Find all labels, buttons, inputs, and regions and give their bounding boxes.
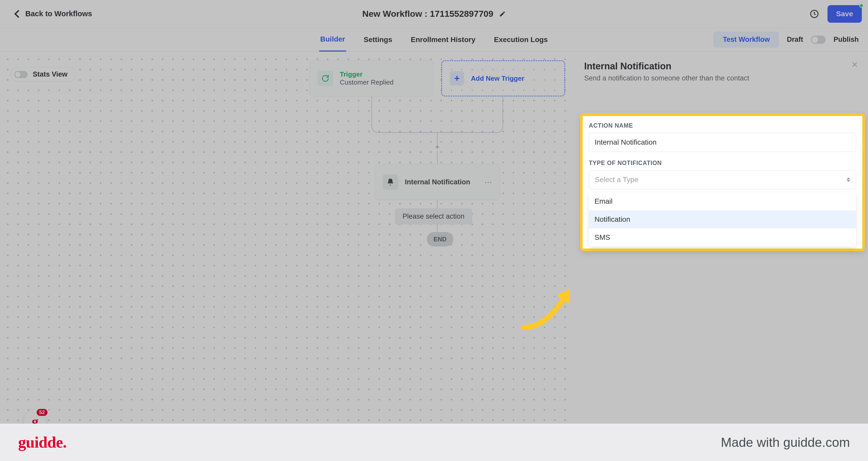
toggle-icon xyxy=(14,71,28,78)
history-icon[interactable] xyxy=(809,9,819,19)
edit-title-icon[interactable] xyxy=(499,10,506,17)
tab-builder[interactable]: Builder xyxy=(319,28,346,52)
save-button[interactable]: Save xyxy=(828,5,862,23)
publish-toggle[interactable] xyxy=(811,36,826,44)
end-node: END xyxy=(427,232,453,246)
select-action-hint: Please select action xyxy=(395,208,472,225)
chat-icon xyxy=(318,71,333,86)
action-menu-icon[interactable]: ⋯ xyxy=(484,178,492,187)
save-label: Save xyxy=(836,10,853,18)
connector-line xyxy=(437,151,438,164)
tab-execution-logs[interactable]: Execution Logs xyxy=(493,28,549,51)
highlighted-form-section: ACTION NAME TYPE OF NOTIFICATION Select … xyxy=(580,113,865,251)
trigger-card[interactable]: Trigger Customer Replied xyxy=(310,60,433,96)
notification-type-dropdown: Email Notification SMS xyxy=(589,192,856,246)
action-name-input[interactable] xyxy=(589,133,856,152)
guidde-count-badge: 52 xyxy=(37,409,48,416)
connector-bracket xyxy=(372,97,503,133)
action-name-label: ACTION NAME xyxy=(589,122,856,129)
trigger-subtitle: Customer Replied xyxy=(340,78,394,86)
add-new-trigger-card[interactable]: + Add New Trigger xyxy=(441,60,565,96)
action-label: Internal Notification xyxy=(405,178,470,186)
trigger-title: Trigger xyxy=(340,70,394,78)
notification-type-select[interactable]: Select a Type xyxy=(589,170,856,189)
add-trigger-label: Add New Trigger xyxy=(471,74,524,83)
tab-enrollment-history[interactable]: Enrollment History xyxy=(410,28,476,51)
action-card-internal-notification[interactable]: Internal Notification ⋯ xyxy=(375,164,500,200)
test-workflow-button[interactable]: Test Workflow xyxy=(713,31,779,48)
workflow-title: New Workflow : 1711552897709 xyxy=(362,9,493,19)
add-step-button[interactable]: + xyxy=(434,143,441,150)
close-panel-icon[interactable]: × xyxy=(852,61,858,68)
back-label: Back to Workflows xyxy=(25,9,92,18)
panel-subtitle: Send a notification to someone other tha… xyxy=(584,74,749,82)
dropdown-option-email[interactable]: Email xyxy=(589,192,856,210)
connector-line xyxy=(437,200,438,208)
guidde-logo-text: guidde. xyxy=(18,433,67,452)
stats-view-label: Stats View xyxy=(33,70,68,78)
made-with-text: Made with guidde.com xyxy=(721,435,850,450)
tab-settings[interactable]: Settings xyxy=(363,28,393,51)
unsaved-indicator-dot xyxy=(859,4,863,8)
dropdown-option-sms[interactable]: SMS xyxy=(589,228,856,246)
stats-view-toggle[interactable]: Stats View xyxy=(10,67,75,82)
chevron-left-icon xyxy=(14,10,22,18)
action-config-panel: Internal Notification Send a notificatio… xyxy=(574,52,868,424)
publish-label: Publish xyxy=(833,36,859,43)
select-placeholder: Select a Type xyxy=(595,175,638,184)
select-chevron-icon xyxy=(846,177,850,182)
back-to-workflows-link[interactable]: Back to Workflows xyxy=(16,9,92,18)
panel-title: Internal Notification xyxy=(584,61,749,72)
bell-icon xyxy=(383,174,398,190)
draft-label: Draft xyxy=(787,36,803,43)
plus-icon: + xyxy=(450,71,464,86)
notification-type-label: TYPE OF NOTIFICATION xyxy=(589,160,856,167)
guidde-brand-bar: guidde. Made with guidde.com xyxy=(0,424,868,461)
dropdown-option-notification[interactable]: Notification xyxy=(589,210,856,228)
annotation-arrow-icon xyxy=(518,273,583,333)
